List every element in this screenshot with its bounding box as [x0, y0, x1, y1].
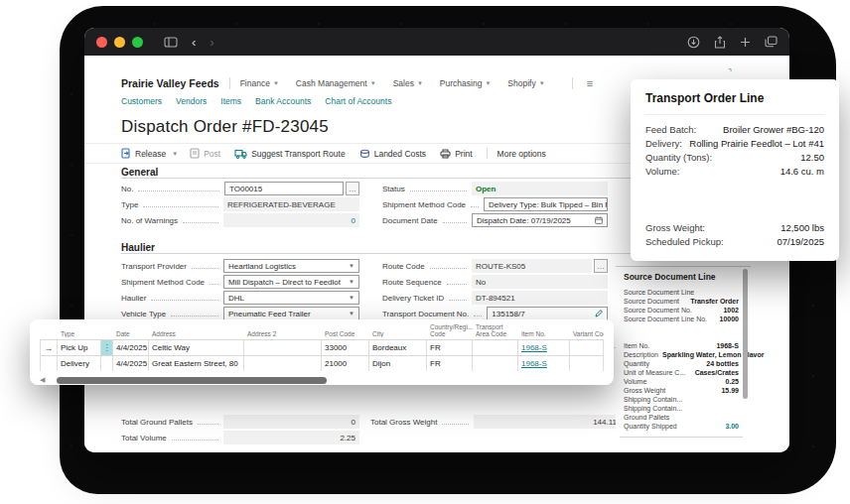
source-panel-title: Source Document Line — [624, 272, 716, 282]
warnings-field: 0 — [223, 213, 359, 227]
canvas: ‹ › Prairie Valley Feeds Finance▼ Cas — [0, 0, 850, 504]
transport-provider-select[interactable]: Heartland Logistics▼ — [223, 259, 359, 273]
haulier-shipment-method-select[interactable]: Mill Dispatch – Direct to Feedlot▼ — [223, 275, 359, 289]
scroll-left-icon[interactable]: ◀ — [40, 376, 45, 384]
no-input[interactable]: TO00015 — [224, 182, 344, 195]
field-haulier-shipment-method: Shipment Method Code Mill Dispatch – Dir… — [121, 275, 359, 289]
general-section-header: General Show more — [121, 167, 692, 178]
nav-link-chart-of-accounts[interactable]: Chart of Accounts — [325, 96, 391, 106]
downloads-icon[interactable] — [687, 36, 700, 49]
zoom-window-icon[interactable] — [132, 37, 143, 48]
titlebar: ‹ › — [84, 28, 789, 56]
source-row: Unit of Measure C...Cases/Crates — [624, 368, 739, 377]
table-row[interactable]: Delivery 4/4/2025 Great Eastern Street, … — [40, 355, 604, 371]
general-heading: General — [121, 167, 158, 178]
share-icon[interactable] — [714, 36, 726, 49]
source-row: Item No.1968-S — [624, 341, 739, 350]
forward-icon[interactable]: › — [210, 36, 213, 49]
tab-overview-icon[interactable] — [765, 36, 778, 48]
back-icon[interactable]: ‹ — [192, 36, 196, 49]
post-button[interactable]: Post — [190, 148, 220, 159]
release-doc-icon — [121, 148, 131, 159]
field-transport-provider: Transport Provider Heartland Logistics▼ — [121, 259, 359, 273]
total-ground-pallets: Total Ground Pallets 0 — [121, 415, 359, 429]
card-row: Delivery:Rolling Prairie Feedlot – Lot #… — [645, 137, 824, 151]
sidebar-toggle-icon[interactable] — [164, 37, 178, 48]
source-row: Quantity Shipped3.00 — [624, 422, 739, 431]
field-no: No. TO00015 … — [121, 182, 359, 195]
chevron-down-icon: ▼ — [539, 80, 545, 86]
source-row: Source Document Line — [624, 288, 739, 297]
chevron-down-icon: ▼ — [349, 279, 354, 285]
source-row: Quantity24 bottles — [624, 359, 739, 368]
source-row: Source DocumentTransfer Order — [624, 297, 739, 306]
haulier-select[interactable]: DHL▼ — [223, 291, 359, 305]
factbox-scrollbar[interactable] — [743, 269, 748, 399]
field-warnings: No. of Warnings 0 — [121, 213, 359, 227]
scrollbar-thumb[interactable] — [57, 377, 327, 384]
horizontal-scrollbar[interactable]: ◀ — [40, 374, 604, 386]
vehicle-type-select[interactable]: Pneumatic Feed Trailer▼ — [223, 307, 359, 320]
item-no-link[interactable]: 1968-S — [521, 343, 547, 352]
release-button[interactable]: Release — [121, 148, 166, 159]
nav-link-bank-accounts[interactable]: Bank Accounts — [255, 96, 311, 106]
transport-doc-no-input[interactable]: 135158/7 — [487, 307, 608, 320]
total-gross-weight-value: 144.11 — [474, 415, 621, 429]
nav-menu-finance[interactable]: Finance▼ — [240, 78, 279, 88]
printer-icon — [440, 149, 451, 159]
chevron-down-icon: ▼ — [273, 80, 279, 86]
haulier-section-header: Haulier — [121, 242, 692, 253]
card-row: Gross Weight:12,500 lbs — [645, 221, 824, 235]
current-row-marker: → — [40, 340, 58, 355]
card-row: Quantity (Tons):12.50 — [645, 151, 824, 165]
nav-link-items[interactable]: Items — [220, 96, 241, 106]
nav-menu-shopify[interactable]: Shopify▼ — [507, 78, 544, 88]
print-button[interactable]: Print — [440, 149, 472, 159]
nav-menu-cash-management[interactable]: Cash Management▼ — [296, 78, 376, 88]
page-title: Dispatch Order #FD-23045 — [121, 117, 329, 137]
brand[interactable]: Prairie Valley Feeds — [121, 77, 219, 89]
more-options-button[interactable]: More options — [497, 149, 546, 159]
route-sequence-field: No — [472, 275, 608, 289]
type-field: REFRIGERATED-BEVERAGE — [223, 197, 359, 211]
coins-icon — [359, 149, 370, 159]
nav-link-vendors[interactable]: Vendors — [176, 96, 207, 106]
source-row: Shipping Contain... — [624, 404, 739, 413]
card-row: Feed Batch:Broiler Grower #BG-120 — [645, 123, 824, 137]
route-code-assist-button[interactable]: … — [594, 259, 608, 273]
source-row: DescriptionSparkling Water, Lemon Flavor — [624, 350, 739, 359]
delivery-ticket-field: DT-894521 — [472, 291, 608, 305]
source-document-factbox: Source Document Line Source Document Lin… — [616, 266, 751, 442]
total-volume: Total Volume 2.25 — [121, 431, 359, 444]
total-gross-weight: Total Gross Weight 144.11 — [370, 415, 621, 429]
source-row: Volume0.25 — [624, 377, 739, 386]
field-status: Status Open — [382, 182, 608, 195]
calendar-icon[interactable] — [595, 216, 603, 224]
minimize-window-icon[interactable] — [114, 37, 125, 48]
field-transport-doc-no: Transport Document No. 135158/7 — [382, 307, 608, 320]
suggest-transport-route-button[interactable]: Suggest Transport Route — [234, 149, 346, 159]
source-row: Gross Weight15.99 — [624, 386, 739, 395]
total-ground-pallets-value: 0 — [223, 415, 359, 429]
sub-nav: Customers Vendors Items Bank Accounts Ch… — [121, 96, 391, 106]
field-document-date: Document Date Dispatch Date: 07/19/2025 — [382, 213, 608, 227]
chevron-down-icon: ▼ — [349, 263, 354, 269]
status-badge: Open — [476, 185, 496, 193]
item-no-link[interactable]: 1968-S — [521, 359, 547, 368]
close-window-icon[interactable] — [96, 37, 107, 48]
field-vehicle-type: Vehicle Type Pneumatic Feed Trailer▼ — [121, 307, 359, 320]
landed-costs-button[interactable]: Landed Costs — [359, 149, 426, 159]
new-tab-icon[interactable] — [740, 37, 751, 48]
no-assist-button[interactable]: … — [346, 182, 359, 195]
more-menu-icon[interactable]: ≡ — [587, 77, 593, 89]
release-split-icon[interactable]: ▼ — [172, 151, 178, 157]
shipment-method-select[interactable]: Delivery Type: Bulk Tipped – Bin Fill▼ — [484, 197, 608, 211]
document-date-input[interactable]: Dispatch Date: 07/19/2025 — [472, 213, 608, 227]
source-row: Ground Pallets — [624, 413, 739, 422]
source-row: Source Document No.1002 — [624, 306, 739, 315]
nav-menu-sales[interactable]: Sales▼ — [393, 78, 423, 88]
nav-link-customers[interactable]: Customers — [121, 96, 162, 106]
row-handle-icon[interactable]: ⋮ — [101, 340, 113, 355]
table-row[interactable]: → Pick Up ⋮ 4/4/2025 Celtic Way 33000 Bo… — [40, 339, 604, 355]
nav-menu-purchasing[interactable]: Purchasing▼ — [440, 78, 491, 88]
